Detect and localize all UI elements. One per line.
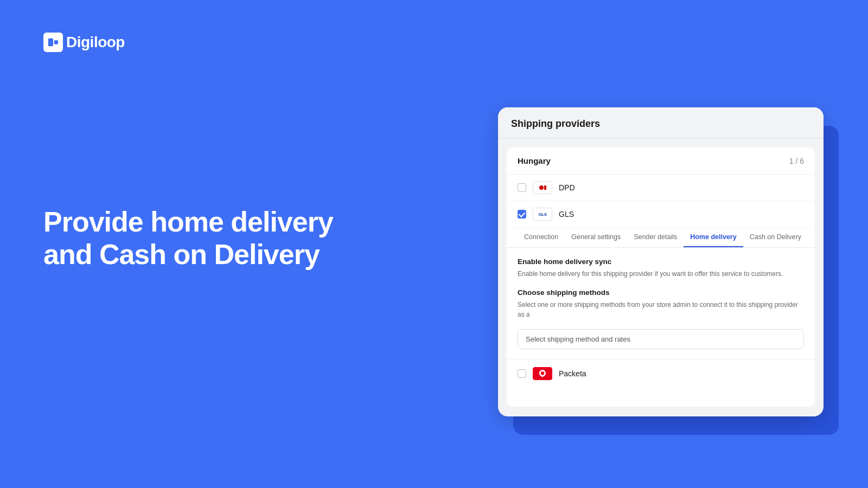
svg-rect-0 (48, 38, 53, 47)
provider-row-dpd: DPD (507, 175, 815, 201)
gls-checkbox[interactable] (518, 210, 526, 219)
svg-rect-1 (54, 40, 58, 44)
provider-row-packeta: Packeta (507, 359, 815, 388)
provider-row-gls: GLS GLS (507, 201, 815, 228)
headline: Provide home delivery and Cash on Delive… (43, 206, 347, 271)
packeta-checkbox[interactable] (518, 369, 526, 378)
gls-logo: GLS (533, 208, 552, 221)
card-header: Shipping providers (498, 107, 824, 139)
digiloop-logo-icon (43, 33, 63, 52)
shipping-methods-title: Choose shipping methods (518, 288, 804, 297)
headline-line2: and Cash on Delivery (43, 239, 347, 271)
headline-line1: Provide home delivery (43, 206, 347, 239)
tab-home-delivery[interactable]: Home delivery (684, 228, 743, 247)
tab-cash-on-delivery[interactable]: Cash on Delivery (743, 228, 808, 247)
content-area: Enable home delivery sync Enable home de… (507, 248, 815, 359)
logo-area: Digiloop (43, 33, 125, 52)
home-delivery-desc: Enable home delivery for this shipping p… (518, 269, 804, 279)
logo-text: Digiloop (66, 34, 125, 51)
country-pagination: 1 / 6 (789, 157, 804, 165)
main-card: Shipping providers Hungary 1 / 6 DPD GLS… (498, 107, 824, 416)
tab-connection[interactable]: Connection (518, 228, 565, 247)
shipping-method-select[interactable]: Select shipping method and rates (518, 329, 804, 349)
gls-name: GLS (559, 210, 574, 219)
tab-general-settings[interactable]: General settings (565, 228, 627, 247)
dpd-checkbox[interactable] (518, 183, 526, 192)
packeta-name: Packeta (559, 369, 586, 378)
tab-sender-details[interactable]: Sender details (627, 228, 684, 247)
country-name: Hungary (518, 156, 551, 165)
shipping-methods-desc: Select one or more shipping methods from… (518, 300, 804, 319)
home-delivery-title: Enable home delivery sync (518, 258, 804, 266)
tabs-row: Connection General settings Sender detai… (507, 228, 815, 248)
packeta-logo (533, 367, 552, 380)
country-row: Hungary 1 / 6 (507, 147, 815, 175)
card-title: Shipping providers (511, 118, 600, 129)
dpd-logo (533, 181, 552, 194)
inner-card: Hungary 1 / 6 DPD GLS GLS Connection Gen… (507, 147, 815, 407)
dpd-name: DPD (559, 183, 575, 192)
